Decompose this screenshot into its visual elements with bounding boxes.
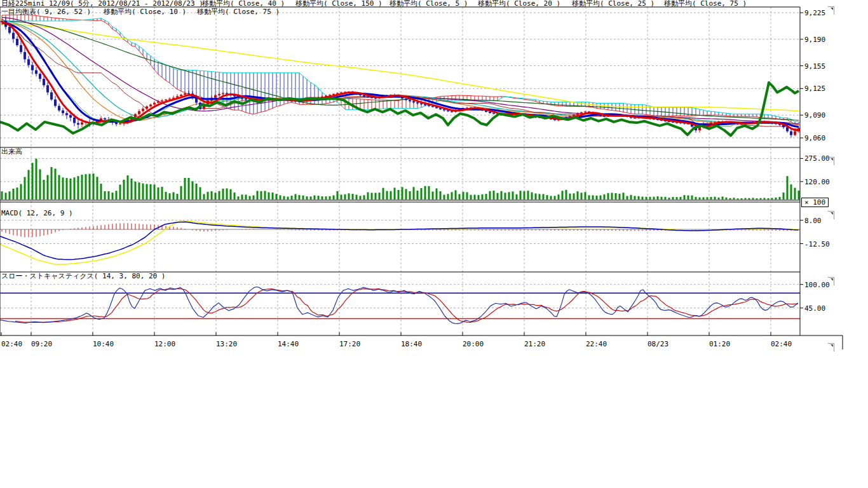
pane-scroll-icon[interactable] (828, 343, 834, 351)
stoch-axis-label: 100.00 (804, 281, 830, 289)
pane-scroll-icon[interactable] (828, 211, 834, 219)
volume-axis-label: 275.00 (804, 154, 830, 163)
legend-item: 移動平均( Close, 5 ) (390, 0, 468, 8)
chart-window: 9,2259,1909,1559,1259,0909,060275.00120.… (0, 0, 868, 488)
legend-item: 移動平均( Close, 40 ) (202, 0, 285, 8)
pane-scroll-icon[interactable] (828, 6, 834, 15)
price-axis-label: 9,190 (804, 36, 825, 44)
pane-scroll-icon[interactable] (828, 157, 834, 165)
stoch-pane-label: スロー・ストキャスティクス( 14, 3, 80, 20 ) (1, 273, 165, 280)
price-axis-label: 9,225 (804, 9, 825, 17)
macd-axis-label: 8.00 (804, 217, 822, 225)
time-axis-label: 20:00 (463, 340, 484, 348)
time-axis-label: 02:40 (1, 340, 22, 348)
price-axis-label: 9,060 (804, 134, 825, 142)
legend-item: 移動平均( Close, 25 ) (572, 0, 654, 8)
time-axis-label: 22:40 (586, 340, 607, 348)
time-axis-label: 02:40 (771, 340, 792, 348)
legend-item: 一目均衡表( 9, 26, 52 ) (1, 8, 91, 16)
time-axis-label: 18:40 (401, 340, 422, 348)
time-axis-label: 08/23 (648, 340, 668, 348)
macd-pane-label: MACD( 12, 26, 9 ) (1, 210, 73, 217)
chart-canvas: 9,2259,1909,1559,1259,0909,060275.00120.… (0, 0, 868, 356)
price-axis-label: 9,125 (804, 85, 825, 93)
pane-scroll-icon[interactable] (828, 277, 834, 285)
volume-axis-label: 120.00 (804, 178, 830, 186)
volume-pane-label: 出来高 (1, 148, 22, 156)
legend-item: 移動平均( Close, 20 ) (478, 0, 560, 8)
legend-item: 日経225mini 12/09( 5分, 2012/08/21 - 2012/0… (1, 0, 203, 8)
legend-item: 移動平均( Close, 10 ) (104, 8, 186, 16)
price-axis-label: 9,155 (804, 62, 825, 71)
time-axis-label: 13:20 (216, 340, 237, 348)
time-axis-label: 14:40 (278, 340, 299, 348)
unit-multiplier-badge: × 100 (801, 198, 829, 207)
time-axis-label: 01:20 (709, 340, 730, 348)
time-axis-label: 09:20 (31, 340, 52, 348)
price-axis-label: 9,090 (804, 111, 825, 119)
legend-item: 移動平均( Close, 75 ) (197, 8, 280, 16)
macd-axis-label: -12.50 (804, 240, 830, 248)
time-axis-label: 17:20 (339, 340, 360, 348)
time-axis-label: 21:20 (524, 340, 545, 348)
legend-item: 移動平均( Close, 75 ) (664, 0, 747, 8)
stoch-axis-label: 45.00 (804, 304, 825, 313)
legend-item: 移動平均( Close, 150 ) (295, 0, 383, 8)
time-axis-label: 12:00 (154, 340, 175, 348)
time-axis-label: 10:40 (93, 340, 114, 348)
